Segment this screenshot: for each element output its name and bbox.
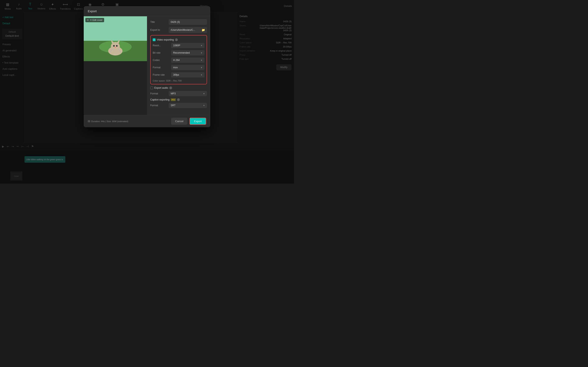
- format-arrow-icon: ▼: [200, 67, 203, 69]
- audio-format-value: MP3: [171, 92, 176, 95]
- film-icon: 🎞: [88, 120, 90, 123]
- export-to-label: Export to: [150, 29, 169, 31]
- export-to-row: Export to /Users/kim/Movies/C... 📁: [150, 27, 207, 33]
- title-label: Title: [150, 21, 169, 24]
- bitrate-label: Bit rate: [153, 51, 171, 54]
- caption-format-row: Format SRT ▼: [150, 103, 207, 108]
- edit-cover-button[interactable]: ✏ ✏ Edit cover: [85, 18, 104, 22]
- bitrate-value: Recommended: [173, 51, 190, 54]
- preview-image: ✏ ✏ Edit cover: [84, 16, 147, 61]
- codec-value: H.264: [173, 59, 180, 62]
- audio-export-section-header: Export audio i: [150, 86, 207, 89]
- audio-format-arrow-icon: ▼: [203, 92, 205, 95]
- video-export-checkbox[interactable]: ✓: [153, 38, 156, 41]
- cancel-button[interactable]: Cancel: [171, 118, 187, 125]
- modal-body: ✏ ✏ Edit cover Title Export to: [84, 16, 210, 115]
- export-path-value: /Users/kim/Movies/C...: [171, 29, 201, 31]
- svg-point-9: [114, 47, 116, 48]
- svg-point-4: [111, 42, 120, 51]
- title-row: Title: [150, 19, 207, 25]
- modal-settings-scroll[interactable]: Title Export to /Users/kim/Movies/C... 📁: [150, 19, 207, 112]
- format-value: mov: [173, 66, 178, 69]
- resolution-value: 1080P: [173, 44, 180, 47]
- codec-label: Codec: [153, 59, 171, 62]
- modal-header: Export: [84, 6, 210, 16]
- audio-format-label: Format: [150, 92, 169, 95]
- caption-format-arrow-icon: ▼: [203, 104, 205, 107]
- audio-export-title: Export audio: [154, 86, 168, 89]
- caption-info-icon[interactable]: i: [177, 98, 180, 101]
- codec-row: Codec H.264 ▼: [153, 58, 205, 63]
- caption-section-header: Caption exporting Pro i: [150, 98, 207, 101]
- video-export-title: Video exporting: [157, 38, 174, 41]
- color-space-info: Color space: SDR – Rec.709: [153, 80, 205, 82]
- format-label: Format: [153, 66, 171, 69]
- resolution-row: Resol... 1080P ▼: [153, 43, 205, 48]
- edit-icon: ✏: [87, 19, 89, 21]
- video-export-info-icon[interactable]: i: [175, 38, 178, 41]
- audio-export-checkbox[interactable]: [150, 86, 153, 89]
- caption-format-label: Format: [150, 104, 169, 107]
- pro-badge: Pro: [171, 98, 176, 101]
- framerate-arrow-icon: ▼: [200, 74, 203, 76]
- framerate-label: Frame rate: [153, 73, 171, 76]
- format-select[interactable]: mov ▼: [171, 65, 205, 70]
- video-export-section: ✓ Video exporting i Resol... 1080P ▼: [150, 35, 207, 84]
- export-modal: Export: [84, 6, 210, 127]
- preview-svg: [84, 16, 147, 61]
- caption-export-section: Caption exporting Pro i Format SRT ▼: [150, 98, 207, 108]
- audio-export-info-icon[interactable]: i: [169, 86, 172, 89]
- resolution-arrow-icon: ▼: [200, 44, 203, 47]
- modal-title: Export: [88, 9, 96, 13]
- audio-format-select[interactable]: MP3 ▼: [169, 91, 207, 96]
- resolution-select[interactable]: 1080P ▼: [171, 43, 205, 48]
- footer-actions: Cancel Export: [171, 118, 206, 125]
- export-button[interactable]: Export: [190, 118, 206, 125]
- audio-format-row: Format MP3 ▼: [150, 91, 207, 96]
- framerate-value: 30fps: [173, 73, 179, 76]
- title-input[interactable]: [169, 19, 207, 25]
- video-section-header: ✓ Video exporting i: [153, 38, 205, 41]
- folder-icon[interactable]: 📁: [201, 28, 205, 32]
- modal-preview: ✏ ✏ Edit cover: [84, 16, 147, 115]
- framerate-select[interactable]: 30fps ▼: [171, 72, 205, 77]
- modal-settings: Title Export to /Users/kim/Movies/C... 📁: [147, 16, 210, 115]
- format-row: Format mov ▼: [153, 65, 205, 70]
- export-path-field[interactable]: /Users/kim/Movies/C... 📁: [169, 27, 207, 33]
- bitrate-arrow-icon: ▼: [200, 52, 203, 54]
- caption-format-value: SRT: [171, 104, 176, 107]
- svg-point-7: [113, 45, 115, 47]
- modal-footer: 🎞 Duration: 44s | Size: 66M (estimated) …: [84, 115, 210, 127]
- caption-export-title: Caption exporting: [150, 98, 169, 101]
- modal-backdrop: Export: [0, 0, 294, 184]
- bitrate-select[interactable]: Recommended ▼: [171, 50, 205, 55]
- bitrate-row: Bit rate Recommended ▼: [153, 50, 205, 55]
- codec-arrow-icon: ▼: [200, 59, 203, 61]
- codec-select[interactable]: H.264 ▼: [171, 58, 205, 63]
- footer-info: 🎞 Duration: 44s | Size: 66M (estimated): [88, 120, 128, 123]
- resolution-label: Resol...: [153, 44, 171, 47]
- caption-format-select[interactable]: SRT ▼: [169, 103, 207, 108]
- framerate-row: Frame rate 30fps ▼: [153, 72, 205, 77]
- svg-point-8: [116, 45, 118, 47]
- footer-duration: Duration: 44s | Size: 66M (estimated): [91, 120, 128, 123]
